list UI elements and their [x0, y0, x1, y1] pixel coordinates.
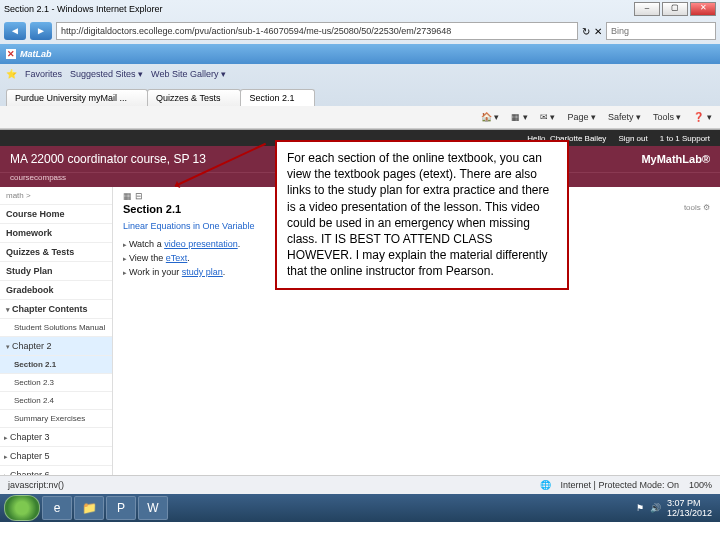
taskbar-word-icon[interactable]: W	[138, 496, 168, 520]
tray-flag-icon[interactable]: ⚑	[636, 503, 644, 513]
tab-bar: Purdue University myMail ... Quizzes & T…	[0, 84, 720, 106]
page-menu[interactable]: Page ▾	[567, 112, 596, 122]
refresh-icon[interactable]: ↻	[582, 26, 590, 37]
annotation-callout: For each section of the online textbook,…	[275, 140, 569, 290]
fav-link[interactable]: Favorites	[25, 69, 62, 79]
taskbar-ie-icon[interactable]: e	[42, 496, 72, 520]
start-button[interactable]	[4, 495, 40, 521]
tools-menu[interactable]: Tools ▾	[653, 112, 682, 122]
nav-section-active[interactable]: Section 2.1	[0, 356, 112, 374]
section-heading: Section 2.1	[123, 203, 181, 215]
nav-item[interactable]: Course Home	[0, 205, 112, 224]
breadcrumb: math >	[0, 187, 112, 205]
favorites-bar: ⭐ Favorites Suggested Sites ▾ Web Site G…	[0, 64, 720, 84]
nav-item[interactable]: Chapter Contents	[0, 300, 112, 319]
nav-item[interactable]: Homework	[0, 224, 112, 243]
address-bar[interactable]	[56, 22, 578, 40]
status-bar: javascript:nv() 🌐 Internet | Protected M…	[0, 475, 720, 494]
browser-tab-active[interactable]: Section 2.1	[240, 89, 315, 106]
minimize-button[interactable]: –	[634, 2, 660, 16]
nav-chapter[interactable]: Chapter 2	[0, 337, 112, 356]
fav-link[interactable]: Web Site Gallery ▾	[151, 69, 226, 79]
signout-link[interactable]: Sign out	[618, 134, 647, 143]
forward-button[interactable]: ►	[30, 22, 52, 40]
nav-chapter[interactable]: Chapter 5	[0, 447, 112, 466]
nav-item[interactable]: Study Plan	[0, 262, 112, 281]
windows-taskbar: e 📁 P W ⚑ 🔊 3:07 PM 12/13/2012	[0, 494, 720, 522]
search-input[interactable]	[606, 22, 716, 40]
safety-menu[interactable]: Safety ▾	[608, 112, 641, 122]
globe-icon: 🌐	[540, 480, 551, 490]
zoom-level[interactable]: 100%	[689, 480, 712, 490]
taskbar-explorer-icon[interactable]: 📁	[74, 496, 104, 520]
brand-logo: MyMathLab®	[641, 153, 710, 165]
nav-subitem[interactable]: Student Solutions Manual	[0, 319, 112, 337]
command-bar: 🏠 ▾ ▦ ▾ ✉ ▾ Page ▾ Safety ▾ Tools ▾ ❓ ▾	[0, 106, 720, 129]
studyplan-link[interactable]: study plan	[182, 267, 223, 277]
status-left: javascript:nv()	[8, 480, 64, 490]
fav-link[interactable]: Suggested Sites ▾	[70, 69, 143, 79]
home-icon[interactable]: 🏠 ▾	[481, 112, 500, 122]
video-link[interactable]: video presentation	[164, 239, 238, 249]
clock-time: 3:07 PM	[667, 498, 712, 508]
security-zone: Internet | Protected Mode: On	[561, 480, 679, 490]
support-link[interactable]: 1 to 1 Support	[660, 134, 710, 143]
tools-link[interactable]: tools ⚙	[684, 203, 710, 215]
mail-icon[interactable]: ✉ ▾	[540, 112, 556, 122]
help-menu[interactable]: ❓ ▾	[693, 112, 712, 122]
matlab-close-icon[interactable]: ✕	[6, 49, 16, 59]
nav-section[interactable]: Section 2.4	[0, 392, 112, 410]
taskbar-powerpoint-icon[interactable]: P	[106, 496, 136, 520]
stop-icon[interactable]: ✕	[594, 26, 602, 37]
course-title: MA 22000 coordinator course, SP 13	[10, 152, 206, 166]
window-title: Section 2.1 - Windows Internet Explorer	[4, 4, 163, 14]
browser-tab[interactable]: Quizzes & Tests	[147, 89, 241, 106]
nav-item[interactable]: Gradebook	[0, 281, 112, 300]
feed-icon[interactable]: ▦ ▾	[511, 112, 528, 122]
close-button[interactable]: ✕	[690, 2, 716, 16]
favorites-star-icon[interactable]: ⭐	[6, 69, 17, 79]
etext-link[interactable]: eText	[166, 253, 188, 263]
back-button[interactable]: ◄	[4, 22, 26, 40]
maximize-button[interactable]: ▢	[662, 2, 688, 16]
nav-item[interactable]: Quizzes & Tests	[0, 243, 112, 262]
matlab-toolbar: ✕ MatLab	[0, 44, 720, 64]
matlab-label: MatLab	[20, 49, 52, 59]
tray-volume-icon[interactable]: 🔊	[650, 503, 661, 513]
nav-chapter[interactable]: Chapter 3	[0, 428, 112, 447]
sidebar-nav: math > Course Home Homework Quizzes & Te…	[0, 187, 113, 507]
nav-section[interactable]: Summary Exercises	[0, 410, 112, 428]
nav-section[interactable]: Section 2.3	[0, 374, 112, 392]
clock-date: 12/13/2012	[667, 508, 712, 518]
window-titlebar: Section 2.1 - Windows Internet Explorer …	[0, 0, 720, 18]
browser-tab[interactable]: Purdue University myMail ...	[6, 89, 148, 106]
system-tray[interactable]: ⚑ 🔊 3:07 PM 12/13/2012	[636, 498, 716, 518]
